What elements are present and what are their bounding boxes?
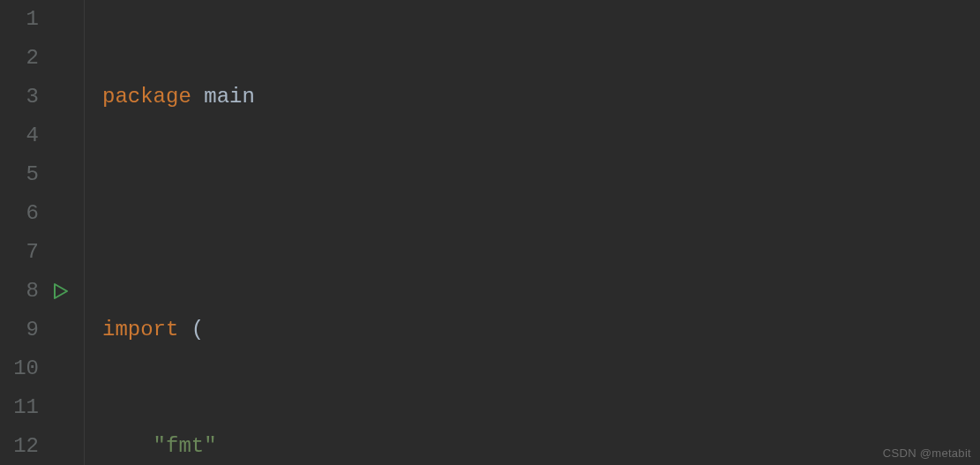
watermark: CSDN @metabit bbox=[883, 446, 971, 460]
code-editor[interactable]: 1 2 3 4 5 6 7 8 9 10 11 12 package main … bbox=[0, 0, 980, 465]
line-number: 10 bbox=[0, 349, 42, 388]
line-number: 8 bbox=[0, 272, 42, 311]
line-number: 4 bbox=[0, 116, 42, 155]
gutter: 1 2 3 4 5 6 7 8 9 10 11 12 bbox=[0, 0, 85, 465]
line-number: 1 bbox=[0, 0, 42, 39]
line-number: 9 bbox=[0, 311, 42, 349]
line-number: 7 bbox=[0, 233, 42, 272]
code-line: package main bbox=[102, 78, 864, 116]
code-line bbox=[102, 194, 864, 233]
line-number: 5 bbox=[0, 155, 42, 194]
svg-marker-0 bbox=[55, 284, 67, 298]
code-line: import ( bbox=[102, 311, 864, 349]
line-number: 11 bbox=[0, 388, 42, 427]
line-number: 3 bbox=[0, 78, 42, 116]
run-icon[interactable] bbox=[42, 282, 78, 300]
line-number: 12 bbox=[0, 427, 42, 465]
line-number: 2 bbox=[0, 39, 42, 78]
code-line: "fmt" bbox=[102, 427, 864, 465]
line-number: 6 bbox=[0, 194, 42, 233]
code-area[interactable]: package main import ( "fmt" "unsafe" ) f… bbox=[85, 0, 864, 465]
